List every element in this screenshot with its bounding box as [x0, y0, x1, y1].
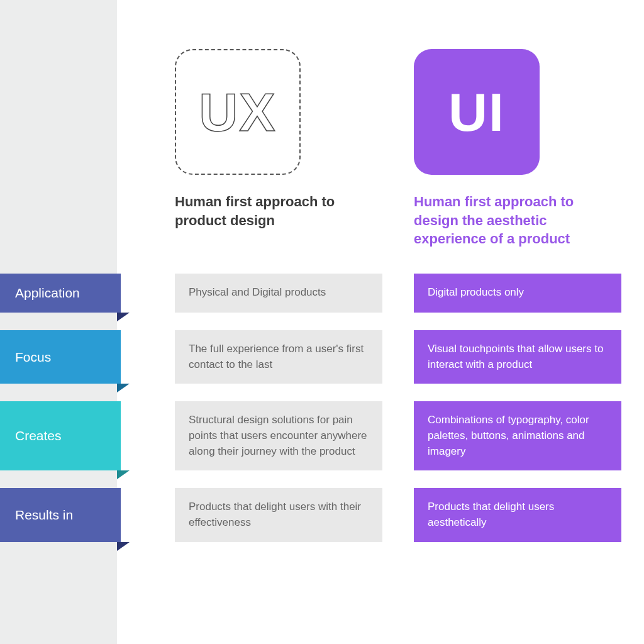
- ui-badge-text: UI: [448, 81, 505, 143]
- ribbon-fold-icon: [117, 470, 130, 479]
- ui-cell: Visual touchpoints that allow users to i…: [414, 330, 621, 384]
- row-label: Creates: [0, 401, 121, 470]
- row-label: Application: [0, 274, 121, 313]
- ux-cell: Physical and Digital products: [175, 274, 382, 313]
- ux-cell: Products that delight users with their e…: [175, 488, 382, 541]
- ui-cell: Digital products only: [414, 274, 621, 313]
- row-application: Application Physical and Digital product…: [0, 274, 644, 313]
- ribbon-fold-icon: [117, 384, 130, 392]
- ui-cell: Products that delight users aestheticall…: [414, 488, 621, 541]
- row-label: Results in: [0, 488, 121, 541]
- ux-column-header: UX Human first approach to product desig…: [175, 49, 382, 248]
- ux-cell: Structural design solutions for pain poi…: [175, 401, 382, 470]
- row-creates: Creates Structural design solutions for …: [0, 401, 644, 470]
- ux-badge-text: UX: [199, 81, 276, 143]
- row-label: Focus: [0, 330, 121, 384]
- row-focus: Focus The full experience from a user's …: [0, 330, 644, 384]
- comparison-grid: UX Human first approach to product desig…: [0, 0, 644, 560]
- header-row: UX Human first approach to product desig…: [0, 49, 644, 248]
- ux-badge-box: UX: [175, 49, 301, 175]
- ribbon-fold-icon: [117, 542, 130, 551]
- ux-cell: The full experience from a user's first …: [175, 330, 382, 384]
- ribbon-fold-icon: [117, 313, 130, 321]
- ux-subtitle: Human first approach to product design: [175, 192, 382, 230]
- ui-subtitle: Human first approach to design the aesth…: [414, 192, 621, 248]
- ui-column-header: UI Human first approach to design the ae…: [414, 49, 621, 248]
- ui-cell: Combinations of typography, color palett…: [414, 401, 621, 470]
- row-results-in: Results in Products that delight users w…: [0, 488, 644, 541]
- ui-badge-box: UI: [414, 49, 540, 175]
